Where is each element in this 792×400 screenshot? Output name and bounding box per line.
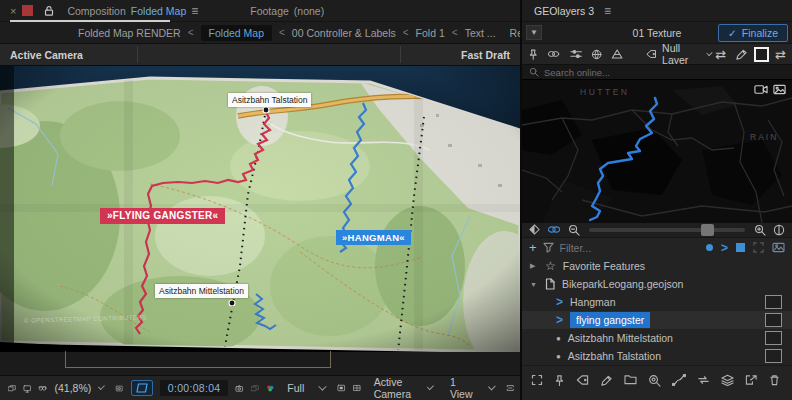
goggles-icon[interactable] [38,382,47,395]
camera-view-select[interactable]: Active Camera [368,374,437,400]
geolayers-panel: GEOlayers 3 ≡ ▼ 01 Texture ✓ Finalize Nu… [522,0,792,400]
breadcrumb-item[interactable]: 00 Controller & Labels [292,27,396,39]
geolayers-tabbar: GEOlayers 3 ≡ [522,0,792,22]
search-icon [529,67,539,77]
extent-icon[interactable] [753,242,764,253]
composition-label: Composition [67,5,125,17]
panel-menu-icon[interactable]: ≡ [604,4,611,18]
view-layout-select[interactable]: 1 View [444,374,499,400]
breadcrumb-item[interactable]: Folded Map RENDER [78,27,181,39]
feature-label: Asitzbahn Mittelstation [568,332,673,344]
search-feature-icon[interactable] [648,374,661,387]
mountain-icon[interactable] [611,48,623,60]
add-feature-button[interactable]: + [529,240,537,255]
zoom-slider-handle[interactable] [701,224,714,236]
link-zoom-icon[interactable] [547,224,561,235]
viewer-statusbar: (41,8%) 0:00:08:04 Full Active Camera 1 … [0,375,520,400]
file-icon [545,278,555,290]
contrast-icon[interactable] [773,224,785,236]
filter-placeholder[interactable]: Filter... [560,242,592,254]
minimap-town-hutten: HUTTEN [580,87,629,97]
roi-icon[interactable] [115,382,124,395]
polygon-features-icon[interactable] [736,243,745,252]
feature-checkbox[interactable] [765,313,782,327]
zoom-slider[interactable] [589,228,745,232]
feature-filter-row: + Filter... > [522,237,792,257]
diamond-style-icon[interactable] [529,224,540,235]
tab-footage[interactable]: Footage (none) [242,0,332,22]
folded-map-render [0,66,520,352]
globe-layers-icon[interactable] [591,48,602,61]
close-panel-button[interactable]: × [10,5,16,17]
refresh-swap-icon[interactable] [697,374,710,386]
target-region-icon[interactable] [337,382,346,394]
panel-menu-icon[interactable]: ≡ [191,4,198,18]
extent-brackets-icon[interactable] [531,374,543,386]
tag-icon[interactable] [576,374,589,386]
tab-composition[interactable]: Composition Folded Map ≡ [59,0,206,22]
link-icon[interactable] [547,48,560,60]
zoom-in-icon[interactable] [754,224,766,236]
pin-icon[interactable] [528,48,538,61]
video-preview-icon[interactable] [754,84,768,95]
magnification-value[interactable]: (41,8%) [54,382,91,394]
color-swatch[interactable] [754,47,769,62]
pin-icon[interactable] [554,374,565,387]
funnel-icon [543,242,554,253]
favorites-group-row[interactable]: ▶ ☆ Favorite Features [522,257,792,275]
toggle-viewer-layout-icon[interactable] [506,382,515,394]
minimap-town-rain: RAIN [750,132,778,142]
parent-layer-select[interactable]: Null Layer ⇄ [646,42,726,66]
search-online-field[interactable]: Search online... [522,64,792,79]
pen-icon[interactable] [735,48,748,61]
line-features-icon[interactable]: > [721,242,728,254]
track-icon: > [556,314,563,326]
transparency-grid-toggle[interactable] [131,380,153,396]
breadcrumb-item[interactable]: Text ... [465,27,496,39]
snapshot-camera-icon[interactable] [235,382,244,395]
swap-icon[interactable]: ⇄ [715,47,726,62]
geolayers-minimap[interactable]: HUTTEN RAIN [522,79,792,222]
route-icon[interactable] [672,374,686,386]
pen-icon[interactable] [600,374,613,387]
lock-icon[interactable] [43,5,55,17]
expander-expanded-icon[interactable]: ▼ [530,281,538,288]
feature-row-flying-gangster[interactable]: > flying gangster [522,311,792,329]
zoom-out-icon[interactable] [568,224,580,236]
folder-icon[interactable] [624,374,637,385]
channels-icon[interactable] [266,382,275,395]
composition-viewport[interactable]: Asitzbahn Talstation »FLYING GANGSTER« »… [0,66,520,352]
resolution-select[interactable]: Full [281,380,330,396]
snapshot-frames-icon[interactable] [8,382,16,395]
transparency-grid-icon [135,382,149,394]
minimap-controls [522,222,792,237]
geojson-file-row[interactable]: ▼ BikeparkLeogang.geojson [522,275,792,293]
swap-icon[interactable]: ⇄ [775,47,786,62]
footage-label: Footage [250,5,289,17]
feature-checkbox[interactable] [765,349,782,363]
magnification-chevron-icon[interactable] [98,383,105,390]
feature-row-talstation[interactable]: ● Asitzbahn Talstation [522,347,792,365]
track-icon: > [556,296,563,308]
point-features-icon[interactable] [706,244,713,251]
monitor-icon[interactable] [23,382,32,395]
trash-icon[interactable] [769,374,780,386]
pixel-aspect-icon[interactable] [353,382,361,394]
imagery-icon[interactable] [772,242,785,253]
feature-row-mittelstation[interactable]: ● Asitzbahn Mittelstation [522,329,792,347]
layers-icon[interactable] [721,374,734,386]
image-preview-icon[interactable] [773,84,786,95]
expander-collapsed-icon[interactable]: ▶ [530,262,538,270]
feature-row-hangman[interactable]: > Hangman [522,293,792,311]
timecode-display[interactable]: 0:00:08:04 [160,380,229,396]
show-snapshot-icon[interactable] [251,382,259,395]
finalize-button[interactable]: ✓ Finalize [718,24,788,42]
breadcrumb-item[interactable]: Fold 1 [416,27,445,39]
feature-checkbox[interactable] [765,331,782,345]
feature-checkbox[interactable] [765,295,782,309]
adjust-sliders-icon[interactable] [570,48,582,60]
finalize-label: Finalize [742,27,778,39]
breadcrumb-item-active[interactable]: Folded Map [201,25,272,41]
geolayers-panel-title[interactable]: GEOlayers 3 [534,5,594,17]
export-icon[interactable] [745,374,758,386]
